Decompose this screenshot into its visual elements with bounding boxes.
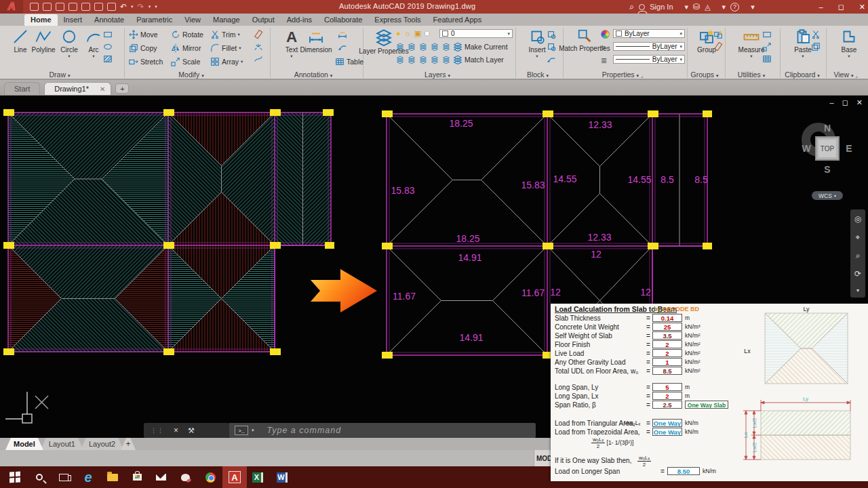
sheet-value-cell[interactable]: 2 [652, 392, 682, 400]
sheet-value-cell[interactable]: 2.5 [652, 401, 682, 409]
layer-on-icon[interactable]: ● [396, 30, 401, 37]
sign-in-label[interactable]: Sign In [650, 3, 673, 11]
panel-label-draw[interactable]: Draw ▾ [50, 70, 71, 79]
command-close-icon[interactable]: × [174, 426, 178, 435]
sheet-value-cell[interactable]: 8.5 [652, 367, 682, 375]
publish-icon[interactable] [94, 3, 103, 11]
panel-label-groups[interactable]: Groups ▾ [691, 70, 719, 79]
ribbon-tab-output[interactable]: Output [246, 14, 281, 26]
command-prompt-icon[interactable]: >_ [235, 426, 248, 435]
ribbon-tab-home[interactable]: Home [24, 14, 58, 26]
ribbon-tab-express-tools[interactable]: Express Tools [368, 14, 427, 26]
table-button[interactable] [762, 54, 772, 64]
panel-label-properties[interactable]: Properties ▾ ⌟ [602, 70, 644, 79]
plot-icon[interactable] [81, 3, 90, 11]
join-button[interactable] [254, 54, 263, 64]
taskbar-word-icon[interactable]: W [270, 466, 294, 488]
taskbar-search-icon[interactable] [27, 466, 52, 488]
viewcube-east[interactable]: E [846, 143, 852, 154]
new-file-icon[interactable] [30, 3, 39, 11]
layout-tab-layout2[interactable]: Layout2 [81, 438, 123, 450]
a360-dropdown-icon[interactable]: ▾ [722, 3, 726, 12]
trim-button[interactable]: Trim▾ [210, 30, 240, 39]
redo-icon[interactable]: ↷ [138, 3, 144, 11]
copy-button[interactable] [811, 42, 821, 52]
leader-button[interactable] [547, 54, 556, 64]
base-button[interactable]: Base▾ [831, 28, 867, 59]
command-recent-dropdown-icon[interactable]: ▾ [252, 428, 254, 433]
orbit-icon[interactable]: ⟳ [854, 269, 861, 279]
sheet-value-cell[interactable]: One Way [652, 419, 682, 427]
recticon-button[interactable] [762, 30, 772, 39]
navigation-bar[interactable]: ◎ ⌖ ⌕ ⟳ ▾ [850, 209, 865, 298]
taskbar-mail-icon[interactable] [149, 466, 173, 488]
layout-tab-layout1[interactable]: Layout1 [41, 438, 83, 450]
layer-dropdown[interactable]: 0▾ [439, 29, 513, 38]
command-customize-icon[interactable]: ⚒ [188, 426, 195, 435]
model-space-badge[interactable]: MOD [534, 450, 551, 466]
ribbon-tab-featured-apps[interactable]: Featured Apps [427, 14, 488, 26]
sign-in-dropdown-icon[interactable]: ▾ [685, 3, 689, 12]
fillet-button[interactable]: Fillet▾ [210, 43, 241, 53]
rotate-button[interactable]: Rotate [171, 30, 203, 39]
undo-icon[interactable]: ↶ [120, 3, 127, 11]
sheet-value-cell[interactable]: 25 [652, 323, 682, 331]
scale-button[interactable]: Scale [171, 57, 200, 66]
show-motion-icon[interactable]: ▾ [856, 287, 859, 293]
layer-tool2-0-button[interactable] [396, 56, 404, 64]
panel-label-annotation[interactable]: Annotation ▾ [294, 70, 333, 79]
group-button[interactable] [713, 30, 723, 39]
layer-freeze-icon[interactable]: ☼ [404, 30, 411, 37]
panel-label-clipboard[interactable]: Clipboard ▾ [785, 70, 819, 79]
taskbar-edge-icon[interactable]: e [76, 466, 100, 488]
sheet-value-cell[interactable]: 2 [652, 349, 682, 357]
app-store-icon[interactable]: ⛁ [693, 2, 700, 12]
layer-tool2-4-button[interactable] [442, 56, 450, 64]
ellipse-button[interactable] [103, 42, 113, 52]
full-navigation-wheel-icon[interactable]: ◎ [854, 214, 861, 224]
taskbar-task-view-icon[interactable] [52, 466, 76, 488]
panel-label-modify[interactable]: Modify ▾ [178, 70, 203, 79]
command-input[interactable]: Type a command [267, 426, 342, 435]
match-properties-button[interactable]: Match Properties [567, 28, 602, 52]
layer-lock-icon[interactable]: ▣ [414, 30, 421, 37]
file-tab-drawing1[interactable]: Drawing1*✕ [44, 82, 111, 95]
ribbon-tab-parametric[interactable]: Parametric [130, 14, 178, 26]
restore-button[interactable]: ◻ [838, 3, 844, 12]
file-tab-close-icon[interactable]: ✕ [100, 85, 105, 93]
sheet-value-cell[interactable]: 2 [652, 340, 682, 348]
layer-tool-4-button[interactable] [442, 43, 450, 51]
color-wheel-icon[interactable] [601, 30, 610, 39]
dimension-button[interactable] [338, 30, 347, 39]
taskbar-autocad-icon[interactable]: A [222, 466, 247, 488]
command-line[interactable]: >_ ▾ Type a command [229, 423, 536, 438]
trim-button[interactable] [811, 30, 821, 39]
drawing-restore-icon[interactable]: ◻ [842, 98, 848, 107]
layout-tab-model[interactable]: Model [5, 438, 43, 450]
taskbar-store-icon[interactable] [125, 466, 149, 488]
insert-button[interactable] [547, 30, 556, 39]
a360-icon[interactable]: ◬ [705, 3, 710, 12]
explode-button[interactable] [254, 42, 263, 52]
color-dropdown[interactable]: ByLayer▾ [613, 29, 685, 38]
viewcube-west[interactable]: W [802, 143, 810, 154]
sheet-value-cell[interactable]: 5 [652, 383, 682, 391]
sheet-value-cell[interactable]: 1 [652, 358, 682, 366]
qat-customize-icon[interactable]: ▾ [155, 4, 157, 9]
pan-icon[interactable]: ⌖ [856, 232, 861, 242]
layer-tool-2-button[interactable] [419, 43, 427, 51]
panel-label-utilities[interactable]: Utilities ▾ [738, 70, 765, 79]
close-button[interactable]: ✕ [859, 3, 865, 12]
print-icon[interactable] [107, 3, 116, 11]
save-icon[interactable] [56, 3, 64, 11]
layer-state-icons[interactable]: ●☼▣■ [396, 30, 429, 37]
table-button[interactable]: Table [335, 57, 363, 66]
make current-button[interactable]: Make Current [453, 42, 508, 52]
insert-button[interactable] [547, 42, 556, 52]
layer-tool-3-button[interactable] [431, 43, 439, 51]
command-dock[interactable]: ⋮⋮ × ⚒ [144, 423, 229, 438]
recticon-button[interactable] [103, 30, 113, 39]
sheet-value-cell[interactable]: 3.5 [652, 331, 682, 340]
taskbar-excel-icon[interactable]: X [245, 466, 270, 488]
drawing-close-icon[interactable]: ✕ [856, 98, 863, 107]
